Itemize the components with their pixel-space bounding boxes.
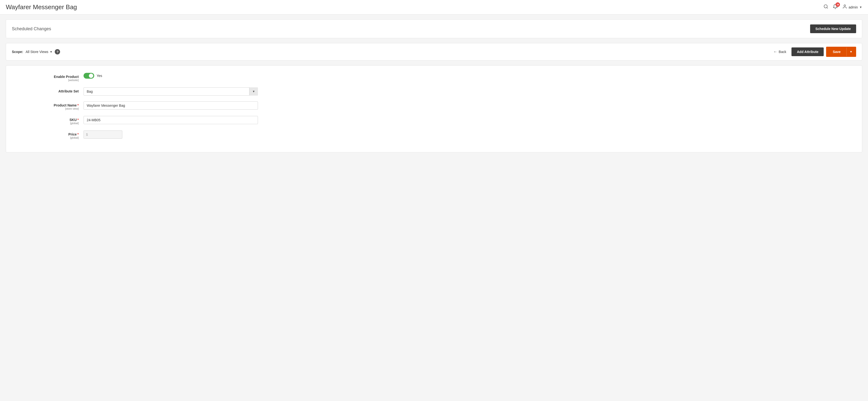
sku-sub-label: [global] bbox=[16, 122, 79, 125]
attribute-set-label-group: Attribute Set bbox=[16, 87, 84, 93]
scope-dropdown-chevron-icon: ▼ bbox=[50, 51, 53, 53]
product-name-row: Product Name* [store view] bbox=[16, 101, 852, 110]
sku-input[interactable] bbox=[84, 116, 258, 124]
notification-bell-wrap[interactable]: 39 bbox=[833, 4, 838, 10]
sku-label: SKU* bbox=[16, 118, 79, 122]
scheduled-changes-panel: Scheduled Changes Schedule New Update bbox=[6, 20, 862, 38]
product-form: Enable Product [website] Yes Attribute S… bbox=[6, 65, 862, 153]
svg-line-1 bbox=[827, 7, 828, 8]
price-input[interactable] bbox=[84, 130, 122, 139]
user-menu[interactable]: admin ▼ bbox=[842, 4, 862, 10]
sku-label-group: SKU* [global] bbox=[16, 116, 84, 125]
add-attribute-button[interactable]: Add Attribute bbox=[792, 47, 824, 56]
price-input-wrap: $ bbox=[84, 130, 122, 139]
save-button[interactable]: Save bbox=[827, 47, 846, 56]
product-name-control bbox=[84, 101, 852, 110]
page-header: Wayfarer Messenger Bag 39 bbox=[0, 0, 868, 14]
price-required-star: * bbox=[78, 132, 79, 136]
product-name-required-star: * bbox=[78, 103, 79, 107]
back-button[interactable]: ← Back bbox=[770, 48, 789, 56]
product-name-label-group: Product Name* [store view] bbox=[16, 101, 84, 110]
back-arrow-icon: ← bbox=[773, 49, 777, 54]
sku-row: SKU* [global] bbox=[16, 116, 852, 125]
save-button-group: Save ▼ bbox=[826, 47, 856, 57]
main-content: Scheduled Changes Schedule New Update Sc… bbox=[0, 14, 868, 157]
save-dropdown-chevron-icon: ▼ bbox=[849, 50, 852, 54]
price-control: $ bbox=[84, 130, 852, 139]
svg-point-2 bbox=[844, 5, 846, 6]
scope-label: Scope: bbox=[12, 50, 23, 54]
header-actions: 39 admin ▼ bbox=[824, 4, 862, 10]
search-icon[interactable] bbox=[824, 4, 828, 10]
product-name-sub-label: [store view] bbox=[16, 107, 79, 110]
price-symbol: $ bbox=[86, 133, 88, 136]
sku-required-star: * bbox=[78, 118, 79, 122]
enable-product-row: Enable Product [website] Yes bbox=[16, 73, 852, 81]
scope-value: All Store Views bbox=[26, 50, 49, 54]
product-name-input[interactable] bbox=[84, 101, 258, 110]
toolbar-right: ← Back Add Attribute Save ▼ bbox=[770, 47, 856, 57]
enable-product-label: Enable Product bbox=[16, 75, 79, 79]
user-avatar-icon bbox=[842, 4, 847, 10]
scope-dropdown[interactable]: All Store Views ▼ bbox=[26, 50, 53, 54]
price-row: Price* [global] $ bbox=[16, 130, 852, 139]
enable-product-toggle[interactable] bbox=[84, 73, 94, 79]
attribute-set-select[interactable]: Bag Default bbox=[84, 87, 258, 96]
enable-product-value: Yes bbox=[97, 74, 102, 78]
attribute-set-label: Attribute Set bbox=[16, 89, 79, 93]
sku-control bbox=[84, 116, 852, 124]
schedule-new-update-button[interactable]: Schedule New Update bbox=[810, 25, 856, 33]
enable-product-toggle-wrap: Yes bbox=[84, 73, 102, 79]
price-label: Price* bbox=[16, 132, 79, 136]
enable-product-label-group: Enable Product [website] bbox=[16, 73, 84, 81]
toggle-slider bbox=[84, 73, 94, 79]
notification-count: 39 bbox=[836, 2, 840, 7]
scheduled-changes-title: Scheduled Changes bbox=[12, 26, 51, 31]
save-dropdown-button[interactable]: ▼ bbox=[846, 47, 856, 56]
attribute-set-select-wrap: Bag Default ▼ bbox=[84, 87, 258, 96]
attribute-set-control: Bag Default ▼ bbox=[84, 87, 852, 96]
page-title: Wayfarer Messenger Bag bbox=[6, 3, 77, 11]
price-label-group: Price* [global] bbox=[16, 130, 84, 139]
user-menu-chevron-icon: ▼ bbox=[859, 6, 862, 9]
help-icon[interactable]: ? bbox=[55, 49, 60, 55]
user-name-label: admin bbox=[848, 5, 858, 9]
price-sub-label: [global] bbox=[16, 136, 79, 139]
toolbar: Scope: All Store Views ▼ ? ← Back Add At… bbox=[6, 43, 862, 61]
toolbar-left: Scope: All Store Views ▼ ? bbox=[12, 49, 60, 55]
enable-product-control: Yes bbox=[84, 73, 852, 79]
enable-product-sub-label: [website] bbox=[16, 79, 79, 81]
attribute-set-row: Attribute Set Bag Default ▼ bbox=[16, 87, 852, 96]
product-name-label: Product Name* bbox=[16, 103, 79, 107]
